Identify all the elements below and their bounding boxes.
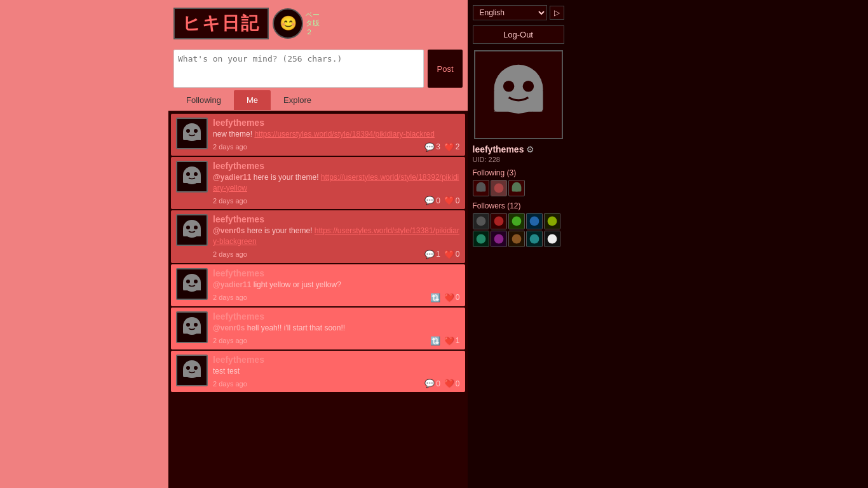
heart-icon: ❤️ <box>444 142 454 152</box>
comment-icon: 💬 <box>424 250 435 259</box>
follower-avatar-2[interactable] <box>491 213 507 229</box>
following-avatar-2[interactable] <box>491 180 507 196</box>
svg-point-60 <box>547 234 557 244</box>
profile-name: leefythemes <box>473 144 524 154</box>
action-comment: 💬 3 <box>424 142 440 152</box>
post-time: 2 days ago <box>213 197 247 205</box>
post-text: @venr0s hell yeah!! i'll start that soon… <box>213 323 460 334</box>
post-text: test test <box>213 366 460 377</box>
avatar <box>176 268 208 300</box>
svg-rect-36 <box>476 187 485 191</box>
logo-icon: 😊 <box>273 8 303 39</box>
post-time: 2 days ago <box>213 337 247 344</box>
follower-avatar-7[interactable] <box>491 231 507 247</box>
lang-arrow-button[interactable]: ▷ <box>550 6 564 20</box>
following-avatars <box>473 180 564 196</box>
follower-avatar-4[interactable] <box>526 213 543 229</box>
post-author: leefythemes <box>213 214 460 224</box>
svg-point-29 <box>194 366 198 370</box>
following-count-label: Following (3) <box>473 168 564 177</box>
comment-icon: 💬 <box>424 379 435 388</box>
post-time: 2 days ago <box>213 294 247 301</box>
post-button[interactable]: Post <box>428 50 462 88</box>
tab-explore[interactable]: Explore <box>271 90 324 110</box>
heart-icon: ❤️ <box>444 379 454 388</box>
follower-avatar-10[interactable] <box>544 231 560 247</box>
post-actions: 🔃 ❤️ 0 <box>430 293 460 302</box>
mention: @venr0s <box>213 226 245 235</box>
svg-point-48 <box>529 217 539 226</box>
follower-avatar-5[interactable] <box>544 213 560 229</box>
action-like: ❤️ 2 <box>444 142 460 152</box>
right-extra <box>569 0 869 488</box>
repost-icon: 🔃 <box>430 293 440 302</box>
svg-point-23 <box>186 323 190 327</box>
svg-point-24 <box>194 323 198 327</box>
post-meta: 2 days ago 💬 0 ❤️ 0 <box>213 196 460 205</box>
feed: leefythemes new theme! https://userstyle… <box>168 111 468 488</box>
post-item: leefythemes new theme! https://userstyle… <box>171 114 465 156</box>
post-text: @yadier11 here is your theme! https://us… <box>213 172 460 194</box>
post-actions: 💬 0 ❤️ 0 <box>424 196 459 205</box>
post-time: 2 days ago <box>213 250 247 258</box>
gear-icon[interactable]: ⚙ <box>526 144 534 154</box>
post-author: leefythemes <box>213 355 460 365</box>
post-content: leefythemes @yadier11 here is your theme… <box>213 161 460 206</box>
svg-point-50 <box>547 217 557 226</box>
main-area: ヒキ日記 😊 ベータ版２ Post Following Me Explore <box>168 0 468 488</box>
action-repost: 🔃 <box>430 293 440 302</box>
svg-point-58 <box>529 234 539 244</box>
action-like: ❤️ 0 <box>444 379 460 388</box>
comment-icon: 💬 <box>424 196 435 205</box>
follower-avatar-3[interactable] <box>508 213 525 229</box>
following-avatar-3[interactable] <box>508 180 525 196</box>
post-author: leefythemes <box>213 268 460 278</box>
avatar <box>176 214 208 246</box>
svg-point-9 <box>194 172 198 176</box>
post-meta: 2 days ago 💬 3 ❤️ 2 <box>213 142 460 152</box>
profile-avatar-large <box>474 50 563 139</box>
post-content: leefythemes @venr0s here is your theme! … <box>213 214 460 259</box>
post-actions: 💬 1 ❤️ 0 <box>424 250 459 259</box>
action-like: ❤️ 0 <box>444 293 460 302</box>
post-content: leefythemes test test 2 days ago 💬 0 ❤️ … <box>213 355 460 389</box>
mention: @yadier11 <box>213 280 251 289</box>
logout-button[interactable]: Log-Out <box>473 25 564 44</box>
tabs: Following Me Explore <box>168 90 468 111</box>
post-link[interactable]: https://userstyles.world/style/18394/pik… <box>254 130 434 139</box>
post-item: leefythemes @venr0s hell yeah!! i'll sta… <box>171 308 465 349</box>
post-meta: 2 days ago 🔃 ❤️ 1 <box>213 336 460 346</box>
post-time: 2 days ago <box>213 143 247 151</box>
svg-point-46 <box>512 217 521 226</box>
heart-icon: ❤️ <box>444 336 454 346</box>
action-like: ❤️ 0 <box>444 250 460 259</box>
mention: @venr0s <box>213 323 245 332</box>
tab-me[interactable]: Me <box>234 90 271 110</box>
follower-avatar-8[interactable] <box>508 231 525 247</box>
avatar <box>176 311 208 343</box>
avatar <box>176 161 208 193</box>
avatar <box>176 118 208 149</box>
follower-avatar-9[interactable] <box>526 231 543 247</box>
post-actions: 💬 3 ❤️ 2 <box>424 142 459 152</box>
post-actions: 💬 0 ❤️ 0 <box>424 379 459 388</box>
svg-point-8 <box>186 172 190 176</box>
followers-count-label: Followers (12) <box>473 201 564 210</box>
svg-point-4 <box>194 129 198 133</box>
profile-name-row: leefythemes ⚙ <box>473 144 564 154</box>
post-item: leefythemes @yadier11 light yellow or ju… <box>171 264 465 306</box>
post-content: leefythemes @yadier11 light yellow or ju… <box>213 268 460 302</box>
tab-following[interactable]: Following <box>173 90 234 110</box>
svg-point-52 <box>476 234 485 244</box>
lang-select[interactable]: English Japanese French Spanish <box>473 5 547 20</box>
action-like: ❤️ 0 <box>444 196 460 205</box>
following-avatar-1[interactable] <box>473 180 489 196</box>
logo: ヒキ日記 😊 ベータ版２ <box>168 5 325 42</box>
compose-area: Post <box>168 47 468 90</box>
compose-textarea[interactable] <box>173 50 424 88</box>
follower-avatar-1[interactable] <box>473 213 489 229</box>
svg-point-54 <box>494 234 503 244</box>
follower-avatar-6[interactable] <box>473 231 489 247</box>
heart-icon: ❤️ <box>444 293 454 302</box>
repost-icon: 🔃 <box>430 336 440 346</box>
